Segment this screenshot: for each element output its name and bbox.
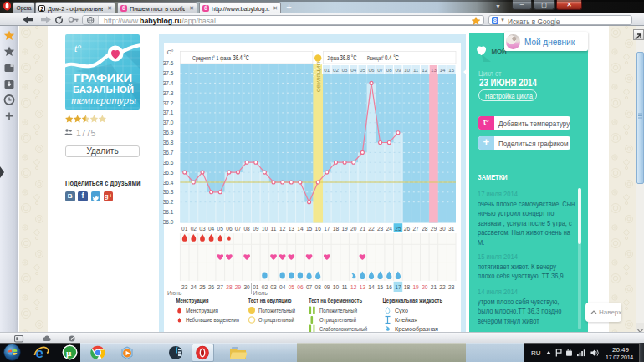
svg-text:28: 28 bbox=[422, 226, 428, 232]
svg-text:ГРАФИКИ: ГРАФИКИ bbox=[74, 72, 132, 84]
svg-text:16: 16 bbox=[315, 226, 322, 232]
svg-text:04: 04 bbox=[350, 67, 356, 73]
svg-text:12: 12 bbox=[350, 284, 357, 290]
svg-text:23: 23 bbox=[448, 284, 455, 290]
svg-text:09: 09 bbox=[395, 67, 401, 73]
svg-text:14: 14 bbox=[368, 284, 375, 290]
svg-text:16: 16 bbox=[386, 284, 393, 290]
svg-text:23: 23 bbox=[181, 284, 188, 290]
svg-text:03: 03 bbox=[270, 284, 277, 290]
svg-text:11: 11 bbox=[342, 284, 348, 290]
svg-text:10: 10 bbox=[333, 284, 340, 290]
svg-text:03: 03 bbox=[199, 226, 206, 232]
svg-text:01: 01 bbox=[181, 226, 188, 232]
svg-text:20: 20 bbox=[422, 284, 428, 290]
svg-text:Сухо: Сухо bbox=[395, 308, 408, 314]
svg-text:04: 04 bbox=[208, 226, 215, 232]
svg-text:Средняя t° 1 фаза: Средняя t° 1 фаза bbox=[192, 55, 231, 62]
svg-text:13: 13 bbox=[360, 284, 366, 290]
svg-text:22: 22 bbox=[439, 284, 446, 290]
svg-text:37.5: 37.5 bbox=[163, 70, 174, 76]
svg-text:10: 10 bbox=[404, 67, 410, 73]
svg-text:02: 02 bbox=[262, 284, 268, 290]
svg-text:12: 12 bbox=[422, 67, 427, 73]
svg-text:06: 06 bbox=[369, 67, 375, 73]
svg-text:37.0: 37.0 bbox=[163, 120, 174, 125]
svg-text:18: 18 bbox=[404, 284, 411, 290]
svg-text:36.3: 36.3 bbox=[163, 189, 174, 195]
svg-text:06: 06 bbox=[226, 226, 233, 232]
svg-text:БАЗАЛЬНОЙ: БАЗАЛЬНОЙ bbox=[73, 84, 134, 94]
svg-text:07: 07 bbox=[306, 284, 313, 290]
svg-text:02: 02 bbox=[333, 67, 339, 73]
svg-text:24: 24 bbox=[191, 284, 197, 290]
svg-text:36.4 °C: 36.4 °C bbox=[233, 54, 250, 62]
svg-text:36.1: 36.1 bbox=[163, 209, 174, 215]
svg-text:19: 19 bbox=[412, 284, 419, 290]
svg-text:Отрицательный: Отрицательный bbox=[258, 317, 294, 324]
svg-text:23: 23 bbox=[377, 226, 384, 232]
svg-text:06: 06 bbox=[297, 284, 304, 290]
svg-text:30: 30 bbox=[439, 226, 446, 232]
svg-text:ОВУЛЯЦИЯ: ОВУЛЯЦИЯ bbox=[315, 62, 321, 92]
svg-text:36.4: 36.4 bbox=[163, 180, 174, 186]
svg-text:µ: µ bbox=[66, 348, 72, 358]
svg-text:14: 14 bbox=[440, 67, 446, 73]
svg-text:17: 17 bbox=[395, 284, 401, 290]
svg-text:Июль: Июль bbox=[253, 290, 268, 296]
svg-text:Положительный: Положительный bbox=[319, 308, 357, 314]
svg-text:25: 25 bbox=[199, 284, 206, 290]
svg-text:Тест на беременность: Тест на беременность bbox=[309, 297, 362, 304]
svg-text:14: 14 bbox=[297, 226, 304, 232]
svg-text:2 фаза: 2 фаза bbox=[328, 55, 340, 62]
svg-text:05: 05 bbox=[360, 67, 365, 73]
svg-text:27: 27 bbox=[412, 226, 419, 232]
svg-text:24: 24 bbox=[386, 226, 393, 232]
svg-text:11: 11 bbox=[413, 67, 419, 73]
svg-text:Июнь: Июнь bbox=[167, 290, 182, 296]
svg-text:08: 08 bbox=[243, 226, 250, 232]
svg-text:15: 15 bbox=[306, 226, 313, 232]
svg-text:37.3: 37.3 bbox=[163, 90, 174, 96]
svg-text:01: 01 bbox=[253, 284, 259, 290]
svg-text:21: 21 bbox=[431, 284, 437, 290]
svg-text:29: 29 bbox=[431, 226, 437, 232]
svg-text:13: 13 bbox=[289, 226, 295, 232]
svg-text:36.5: 36.5 bbox=[163, 170, 174, 176]
svg-text:0.4 °C: 0.4 °C bbox=[385, 54, 399, 62]
svg-text:Менструация: Менструация bbox=[176, 297, 209, 304]
svg-text:Положительный: Положительный bbox=[258, 308, 295, 314]
svg-text:37.2: 37.2 bbox=[163, 100, 174, 106]
svg-text:37.4: 37.4 bbox=[163, 80, 174, 86]
svg-text:36.2: 36.2 bbox=[163, 199, 174, 205]
svg-text:36.7: 36.7 bbox=[163, 150, 174, 156]
svg-text:Небольшие выделения: Небольшие выделения bbox=[186, 317, 239, 324]
svg-text:37.6: 37.6 bbox=[163, 60, 174, 66]
svg-text:17: 17 bbox=[324, 226, 330, 232]
svg-text:29: 29 bbox=[235, 284, 242, 290]
svg-text:t°: t° bbox=[74, 43, 81, 54]
svg-text:Кремообразная: Кремообразная bbox=[395, 326, 438, 332]
svg-text:07: 07 bbox=[377, 67, 383, 73]
svg-text:03: 03 bbox=[342, 67, 348, 73]
svg-text:04: 04 bbox=[279, 284, 286, 290]
svg-text:18: 18 bbox=[333, 226, 340, 232]
svg-text:36.8 °C: 36.8 °C bbox=[340, 54, 357, 62]
svg-text:20: 20 bbox=[350, 226, 357, 232]
svg-text:05: 05 bbox=[217, 226, 224, 232]
svg-text:21: 21 bbox=[360, 226, 366, 232]
svg-text:10: 10 bbox=[262, 226, 268, 232]
svg-text:31: 31 bbox=[448, 226, 455, 232]
svg-text:37.1: 37.1 bbox=[163, 110, 174, 115]
svg-text:27: 27 bbox=[217, 284, 224, 290]
svg-text:28: 28 bbox=[226, 284, 233, 290]
svg-text:12: 12 bbox=[279, 226, 286, 232]
svg-text:36.0: 36.0 bbox=[163, 219, 174, 225]
svg-text:22: 22 bbox=[368, 226, 375, 232]
svg-text:11: 11 bbox=[271, 226, 277, 232]
svg-text:08: 08 bbox=[386, 67, 392, 73]
svg-text:Менструация: Менструация bbox=[186, 308, 218, 314]
svg-text:26: 26 bbox=[208, 284, 215, 290]
svg-text:Слабоположительный: Слабоположительный bbox=[319, 326, 367, 332]
svg-text:02: 02 bbox=[191, 226, 197, 232]
